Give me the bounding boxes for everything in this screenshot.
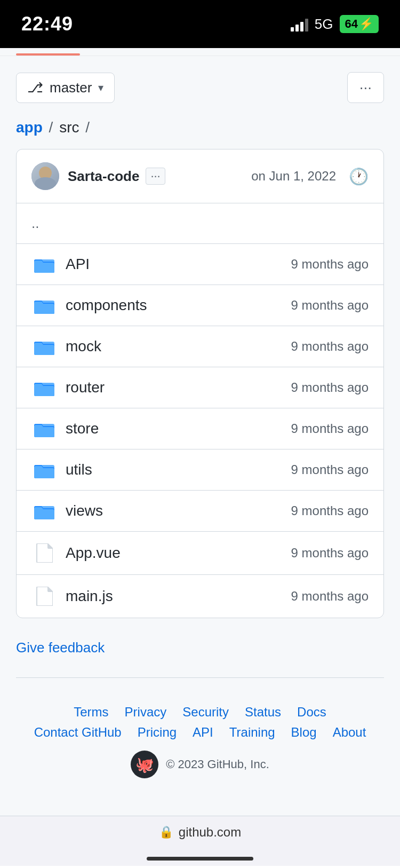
- more-options-button[interactable]: ···: [347, 72, 384, 103]
- chevron-down-icon: ▾: [98, 81, 103, 94]
- folder-icon: [31, 420, 57, 437]
- parent-directory-row[interactable]: ..: [17, 203, 383, 244]
- table-row[interactable]: API 9 months ago: [17, 244, 383, 285]
- footer-link-item[interactable]: Terms: [74, 705, 108, 720]
- file-icon: [31, 543, 57, 563]
- commit-info: Sarta-code ··· on Jun 1, 2022 🕐: [68, 167, 369, 186]
- signal-icon: [291, 17, 308, 31]
- table-row[interactable]: store 9 months ago: [17, 408, 383, 449]
- footer-link-item[interactable]: Pricing: [138, 725, 177, 740]
- folder-icon: [31, 256, 57, 273]
- progress-bar: [16, 53, 80, 56]
- table-row[interactable]: App.vue 9 months ago: [17, 532, 383, 575]
- toolbar: ⎇ master ▾ ···: [16, 72, 384, 103]
- avatar: [31, 162, 59, 190]
- main-content: ⎇ master ▾ ··· app / src / Sarta-code ··…: [0, 56, 400, 816]
- history-icon[interactable]: 🕐: [349, 167, 369, 186]
- section-divider: [16, 677, 384, 678]
- folder-icon: [31, 338, 57, 355]
- lock-icon: 🔒: [159, 825, 173, 839]
- table-row[interactable]: main.js 9 months ago: [17, 575, 383, 618]
- breadcrumb-separator: /: [49, 119, 58, 136]
- file-time: 9 months ago: [291, 462, 369, 477]
- file-name: router: [66, 379, 291, 396]
- folder-icon: [31, 461, 57, 478]
- status-time: 22:49: [21, 13, 73, 35]
- table-row[interactable]: components 9 months ago: [17, 285, 383, 326]
- file-time: 9 months ago: [291, 298, 369, 313]
- breadcrumb: app / src /: [16, 119, 384, 136]
- folder-icon: [31, 379, 57, 396]
- file-time: 9 months ago: [291, 589, 369, 604]
- url-text: github.com: [179, 825, 241, 840]
- file-name: API: [66, 256, 291, 273]
- parent-dir-label: ..: [31, 215, 39, 231]
- status-icons: 5G 64 ⚡: [291, 15, 379, 33]
- file-name: main.js: [66, 588, 291, 605]
- commit-message-dots[interactable]: ···: [146, 168, 165, 185]
- footer-link-item[interactable]: API: [193, 725, 213, 740]
- footer-link-item[interactable]: Docs: [297, 705, 326, 720]
- commit-author[interactable]: Sarta-code: [68, 168, 139, 185]
- battery-indicator: 64 ⚡: [340, 15, 379, 33]
- file-time: 9 months ago: [291, 546, 369, 561]
- file-time: 9 months ago: [291, 257, 369, 272]
- file-time: 9 months ago: [291, 503, 369, 518]
- address-bar[interactable]: 🔒 github.com: [159, 825, 241, 840]
- file-time: 9 months ago: [291, 339, 369, 354]
- footer-link-item[interactable]: Blog: [291, 725, 317, 740]
- file-time: 9 months ago: [291, 421, 369, 436]
- footer-link-item[interactable]: Security: [182, 705, 229, 720]
- file-name: App.vue: [66, 545, 291, 562]
- breadcrumb-trailing-sep: /: [85, 119, 90, 136]
- file-icon: [31, 587, 57, 606]
- home-bar: [147, 857, 253, 861]
- file-name: store: [66, 420, 291, 437]
- footer-logo-row: 🐙 © 2023 GitHub, Inc.: [32, 751, 368, 778]
- footer: TermsPrivacySecurityStatusDocsContact Gi…: [16, 705, 384, 800]
- folder-icon: [31, 297, 57, 314]
- footer-link-item[interactable]: Training: [229, 725, 275, 740]
- page-load-strip: [0, 48, 400, 56]
- footer-link-item[interactable]: Status: [245, 705, 281, 720]
- file-name: mock: [66, 338, 291, 355]
- folder-icon: [31, 502, 57, 519]
- breadcrumb-app-link[interactable]: app: [16, 119, 43, 136]
- table-row[interactable]: utils 9 months ago: [17, 449, 383, 491]
- table-row[interactable]: views 9 months ago: [17, 491, 383, 532]
- file-name: views: [66, 502, 291, 519]
- give-feedback-link[interactable]: Give feedback: [16, 640, 384, 656]
- address-bar-area: 🔒 github.com: [0, 816, 400, 848]
- table-row[interactable]: router 9 months ago: [17, 367, 383, 408]
- branch-icon: ⎇: [27, 80, 43, 96]
- file-time: 9 months ago: [291, 380, 369, 395]
- branch-selector[interactable]: ⎇ master ▾: [16, 73, 115, 103]
- footer-link-item[interactable]: Privacy: [125, 705, 167, 720]
- file-name: utils: [66, 461, 291, 478]
- github-logo: 🐙: [131, 751, 158, 778]
- footer-link-item[interactable]: About: [333, 725, 366, 740]
- commit-date: on Jun 1, 2022: [251, 169, 336, 184]
- footer-link-item[interactable]: Contact GitHub: [34, 725, 122, 740]
- commit-header: Sarta-code ··· on Jun 1, 2022 🕐: [17, 149, 383, 203]
- branch-label: master: [50, 80, 92, 96]
- table-row[interactable]: mock 9 months ago: [17, 326, 383, 367]
- network-type: 5G: [315, 16, 333, 33]
- home-indicator: [0, 848, 400, 866]
- breadcrumb-src: src: [59, 119, 79, 136]
- status-bar: 22:49 5G 64 ⚡: [0, 0, 400, 48]
- footer-links: TermsPrivacySecurityStatusDocsContact Gi…: [32, 705, 368, 740]
- copyright-text: © 2023 GitHub, Inc.: [166, 757, 269, 771]
- file-name: components: [66, 297, 291, 314]
- file-rows: API 9 months ago components 9 months ago: [17, 244, 383, 618]
- file-table: Sarta-code ··· on Jun 1, 2022 🕐 .. API 9: [16, 149, 384, 618]
